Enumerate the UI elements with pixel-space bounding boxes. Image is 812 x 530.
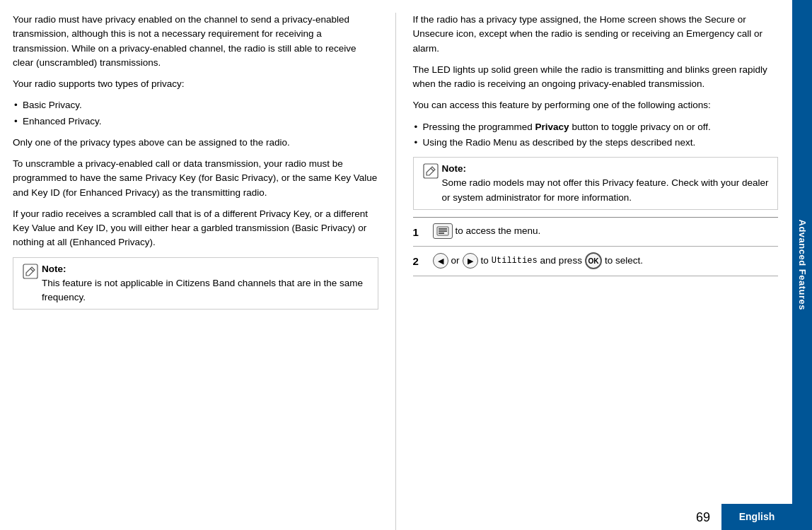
right-arrow-icon: ▶ <box>463 253 478 269</box>
left-arrow-icon: ◀ <box>433 253 448 269</box>
left-para-2: Your radio supports two types of privacy… <box>13 77 378 91</box>
right-note-label: Note: <box>442 163 467 174</box>
step-2-code: Utilities <box>492 254 538 267</box>
step-1-row: 1 to access the menu. <box>413 218 779 247</box>
privacy-type-basic: Basic Privacy. <box>13 98 378 112</box>
step-2-or: or <box>451 254 460 268</box>
step-2-row: 2 ◀ or ▶ to Utilities and press OK to se… <box>413 247 779 276</box>
action-privacy-button: Pressing the programmed Privacy button t… <box>413 120 779 134</box>
right-note-text: Some radio models may not offer this Pri… <box>442 177 769 202</box>
svg-rect-1 <box>424 164 438 178</box>
right-note-content: Note: Some radio models may not offer th… <box>442 162 772 205</box>
svg-rect-0 <box>23 264 37 278</box>
left-para-3: Only one of the privacy types above can … <box>13 136 378 150</box>
language-label: English <box>739 510 775 524</box>
left-para-4: To unscramble a privacy-enabled call or … <box>13 157 378 200</box>
left-note-label: Note: <box>42 264 66 274</box>
step-2-body: ◀ or ▶ to Utilities and press OK to sele… <box>433 252 779 269</box>
step-2-and-press: and press <box>540 254 582 268</box>
left-note-text: This feature is not applicable in Citize… <box>42 278 363 302</box>
svg-rect-4 <box>439 230 447 232</box>
side-tab-label: Advanced Features <box>795 220 809 310</box>
step-2-to-select: to select. <box>605 254 643 268</box>
left-para-5: If your radio receives a scrambled call … <box>13 207 378 250</box>
right-column: If the radio has a privacy type assigned… <box>396 13 779 530</box>
action-radio-menu: Using the Radio Menu as described by the… <box>413 136 779 150</box>
action-1-bold: Privacy <box>535 122 569 132</box>
privacy-types-list: Basic Privacy. Enhanced Privacy. <box>13 98 378 129</box>
page-container: Advanced Features Your radio must have p… <box>0 0 812 530</box>
steps-area: 1 to access the menu. <box>413 217 779 276</box>
action-2-text: Using the Radio Menu as described by the… <box>423 137 696 148</box>
page-number: 69 <box>685 505 721 530</box>
right-para-3: You can access this feature by performin… <box>413 98 779 112</box>
right-para-2: The LED lights up solid green while the … <box>413 63 779 92</box>
pencil-icon <box>23 264 38 279</box>
privacy-type-enhanced: Enhanced Privacy. <box>13 114 378 129</box>
action-1-before: Pressing the programmed <box>423 122 535 132</box>
bottom-bar: 69 English <box>0 504 792 530</box>
content-area: Your radio must have privacy enabled on … <box>0 0 792 530</box>
step-1-number: 1 <box>413 223 433 241</box>
left-para-1: Your radio must have privacy enabled on … <box>13 13 378 70</box>
left-note-content: Note: This feature is not applicable in … <box>42 262 372 305</box>
ok-button-icon: OK <box>585 252 602 269</box>
left-note-icon <box>19 262 42 305</box>
language-badge: English <box>721 504 792 530</box>
step-1-text: to access the menu. <box>456 224 541 238</box>
action-1-after: button to toggle privacy on or off. <box>569 122 711 132</box>
right-note-icon <box>419 162 442 205</box>
svg-rect-5 <box>439 232 444 234</box>
side-tab: Advanced Features <box>792 0 812 530</box>
left-column: Your radio must have privacy enabled on … <box>13 13 396 530</box>
menu-button-icon <box>433 223 453 239</box>
left-note-box: Note: This feature is not applicable in … <box>13 257 378 310</box>
right-para-1: If the radio has a privacy type assigned… <box>413 13 779 56</box>
pencil-icon-right <box>423 163 439 179</box>
step-2-to: to <box>481 254 489 268</box>
right-note-box: Note: Some radio models may not offer th… <box>413 157 779 210</box>
step-2-number: 2 <box>413 252 433 270</box>
actions-list: Pressing the programmed Privacy button t… <box>413 120 779 151</box>
step-1-body: to access the menu. <box>433 223 779 239</box>
svg-rect-3 <box>439 228 447 230</box>
